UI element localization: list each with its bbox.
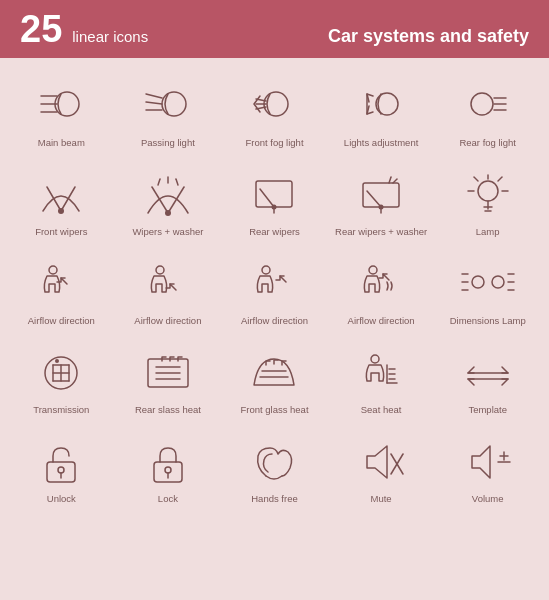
svg-rect-83 (154, 462, 182, 482)
svg-point-49 (369, 266, 377, 274)
svg-point-47 (156, 266, 164, 274)
icon-front-wipers: Front wipers (10, 157, 113, 242)
svg-line-26 (176, 179, 178, 185)
svg-rect-31 (363, 183, 399, 207)
svg-line-29 (260, 189, 274, 207)
icon-passing-light: Passing light (117, 68, 220, 153)
svg-line-33 (367, 191, 381, 207)
svg-point-48 (262, 266, 270, 274)
icon-rear-glass-heat: Rear slass heat (117, 335, 220, 420)
icon-lights-adjustment: Lights adjustment (330, 68, 433, 153)
icon-transmission: Transmission (10, 335, 113, 420)
icon-rear-wipers-washer: Rear wipers + washer (330, 157, 433, 242)
svg-line-35 (389, 177, 391, 183)
svg-marker-86 (367, 446, 387, 478)
svg-line-18 (47, 187, 61, 211)
svg-point-34 (379, 204, 384, 209)
icon-template: Template (436, 335, 539, 420)
icon-rear-wipers: Rear wipers (223, 157, 326, 242)
svg-line-24 (158, 179, 160, 185)
svg-point-51 (492, 276, 504, 288)
header-subtitle: linear icons (72, 28, 148, 45)
svg-line-5 (146, 102, 162, 104)
icon-dimensions-lamp: Dimensions Lamp (436, 246, 539, 331)
icon-seat-heat: Seat heat (330, 335, 433, 420)
svg-rect-80 (47, 462, 75, 482)
icon-main-beam: Main beam (10, 68, 113, 153)
svg-point-50 (472, 276, 484, 288)
icon-airflow-2: Airflow direction (117, 246, 220, 331)
svg-point-46 (49, 266, 57, 274)
svg-line-42 (498, 177, 502, 181)
icon-lock: Lock (117, 424, 220, 509)
svg-point-23 (165, 210, 171, 216)
icon-grid: Main beam Passing light F (0, 58, 549, 519)
svg-point-37 (478, 181, 498, 201)
svg-rect-27 (256, 181, 292, 207)
icon-front-glass-heat: Front glass heat (223, 335, 326, 420)
icon-mute: Mute (330, 424, 433, 509)
header: 25 linear icons Car systems and safety (0, 0, 549, 58)
svg-line-19 (61, 187, 75, 211)
icon-lamp: Lamp (436, 157, 539, 242)
svg-line-4 (146, 94, 162, 98)
svg-point-81 (58, 467, 64, 473)
icon-rear-fog-light: Rear fog light (436, 68, 539, 153)
icon-wipers-washer: Wipers + washer (117, 157, 220, 242)
svg-point-84 (165, 467, 171, 473)
icon-hands-free: Hands free (223, 424, 326, 509)
svg-marker-89 (472, 446, 490, 478)
svg-line-41 (474, 177, 478, 181)
icon-volume: Volume (436, 424, 539, 509)
icon-airflow-1: Airflow direction (10, 246, 113, 331)
svg-point-14 (471, 93, 493, 115)
header-number: 25 (20, 10, 62, 48)
icon-front-fog-light: Front fog light (223, 68, 326, 153)
header-title: Car systems and safety (328, 26, 529, 47)
svg-point-20 (58, 208, 64, 214)
svg-point-72 (371, 355, 379, 363)
svg-point-30 (272, 204, 277, 209)
icon-unlock: Unlock (10, 424, 113, 509)
svg-point-65 (55, 359, 59, 363)
svg-line-22 (168, 187, 184, 213)
icon-airflow-4: Airflow direction (330, 246, 433, 331)
icon-airflow-3: Airflow direction (223, 246, 326, 331)
svg-line-21 (152, 187, 168, 213)
